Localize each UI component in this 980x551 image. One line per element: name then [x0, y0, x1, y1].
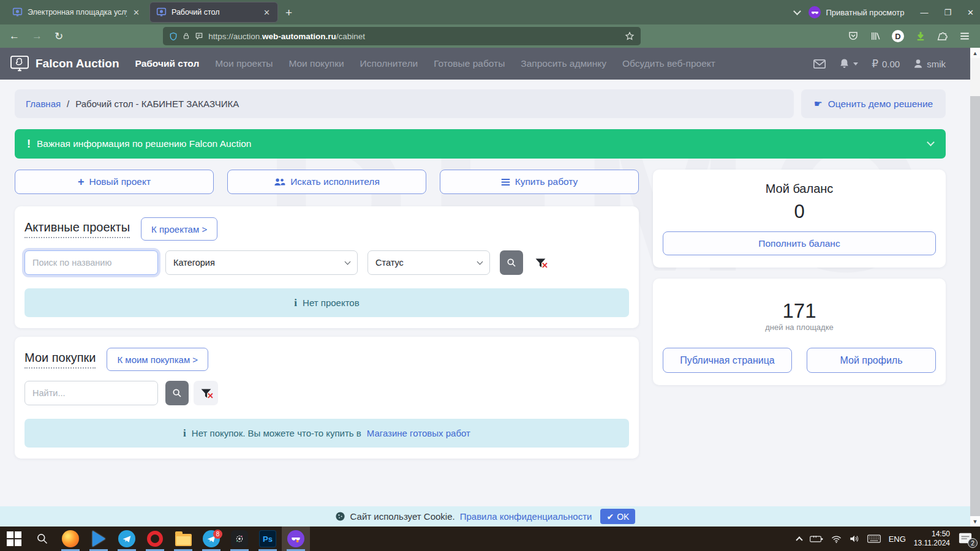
my-purchases-card: Мои покупки К моим покупкам > ✕ — [15, 337, 639, 459]
notification-center-button[interactable]: 2 — [958, 532, 974, 545]
exclamation-icon: ! — [27, 138, 31, 151]
find-executor-button[interactable]: Искать исполнителя — [227, 170, 426, 194]
scroll-down-button[interactable]: ▼ — [970, 516, 980, 527]
purchase-search-button[interactable] — [165, 381, 189, 405]
cookie-icon — [335, 511, 345, 522]
brand-logo[interactable]: Falcon Auction — [10, 55, 119, 72]
project-filter-reset-button[interactable]: ✕ — [528, 250, 552, 275]
browser-chrome: Электронная площадка услуг ✕ Рабочий сто… — [0, 0, 980, 48]
taskbar-file-explorer-icon[interactable] — [169, 527, 197, 551]
cookie-ok-button[interactable]: ✔ OK — [600, 509, 635, 524]
tab-marketplace[interactable]: Электронная площадка услуг ✕ — [6, 2, 147, 23]
tab-bar: Электронная площадка услуг ✕ Рабочий сто… — [0, 0, 980, 24]
window-minimize-button[interactable]: — — [920, 8, 928, 17]
lock-icon[interactable] — [183, 32, 190, 40]
browser-toolbar: ← → ↻ https://auction.web-automation.ru/… — [0, 24, 980, 48]
nav-executors[interactable]: Исполнители — [360, 58, 418, 69]
purchase-search-input[interactable] — [24, 381, 158, 405]
purchase-filter-reset-button[interactable]: ✕ — [194, 381, 218, 405]
active-projects-title: Активные проекты — [24, 220, 130, 238]
new-tab-button[interactable]: + — [279, 4, 298, 24]
notifications-menu[interactable] — [839, 58, 858, 69]
window-close-button[interactable]: ✕ — [967, 8, 974, 17]
download-extension-icon[interactable] — [915, 31, 926, 42]
scroll-up-button[interactable]: ▲ — [970, 48, 980, 58]
tab-close-icon[interactable]: ✕ — [132, 8, 141, 17]
falcon-logo-icon — [10, 55, 29, 72]
duckduckgo-extension-icon[interactable]: D — [892, 30, 904, 42]
battery-icon[interactable] — [810, 535, 823, 543]
reload-button[interactable]: ↻ — [51, 30, 66, 43]
chevron-down-icon — [477, 259, 483, 265]
screen: Электронная площадка услуг ✕ Рабочий сто… — [0, 0, 980, 551]
cookie-text: Сайт использует Cookie. — [350, 511, 455, 522]
pocket-icon[interactable] — [848, 31, 859, 42]
private-browsing-badge: Приватный просмотр — [809, 6, 904, 18]
user-menu[interactable]: smik — [913, 59, 946, 69]
days-on-platform-card: 171 дней на площадке Публичная страница … — [653, 279, 946, 385]
my-purchases-title: Мои покупки — [24, 351, 96, 369]
public-page-button[interactable]: Публичная страница — [663, 348, 792, 373]
messages-envelope-icon[interactable] — [813, 59, 826, 69]
tab-cabinet[interactable]: Рабочий стол ✕ — [149, 2, 278, 23]
taskbar-capture-app-icon[interactable] — [225, 527, 254, 551]
touch-keyboard-icon[interactable] — [867, 534, 881, 543]
nav-my-purchases[interactable]: Мои покупки — [288, 58, 344, 69]
my-profile-button[interactable]: Мой профиль — [807, 348, 936, 373]
extensions-puzzle-icon[interactable] — [937, 31, 948, 42]
nav-discuss-project[interactable]: Обсудить веб-проект — [622, 58, 715, 69]
clock[interactable]: 14:50 13.11.2024 — [914, 530, 950, 548]
breadcrumb-current: Рабочий стол - КАБИНЕТ ЗАКАЗЧИКА — [75, 99, 239, 109]
library-icon[interactable] — [870, 31, 881, 42]
scrollbar-thumb[interactable] — [970, 58, 980, 96]
balance-indicator[interactable]: ₽ 0.00 — [872, 58, 900, 70]
to-purchases-button[interactable]: К моим покупкам > — [107, 348, 208, 371]
to-projects-button[interactable]: К проектам > — [141, 217, 217, 241]
volume-icon[interactable] — [850, 534, 859, 543]
taskbar-media-player-icon[interactable] — [85, 527, 113, 551]
list-all-tabs-icon[interactable] — [794, 7, 802, 15]
scrollbar-track[interactable] — [970, 96, 980, 516]
check-icon: ✔ — [606, 512, 614, 522]
new-project-button[interactable]: + Новый проект — [15, 170, 214, 194]
back-button[interactable]: ← — [6, 30, 23, 42]
list-icon — [501, 178, 510, 186]
taskbar-photoshop-icon[interactable]: Ps — [254, 527, 282, 551]
shop-ready-works-link[interactable]: Магазине готовых работ — [367, 428, 470, 438]
important-info-banner[interactable]: ! Важная информация по решению Falcon Au… — [15, 129, 946, 159]
project-search-input[interactable] — [24, 250, 158, 275]
language-indicator[interactable]: ENG — [889, 534, 906, 544]
taskbar-opera-icon[interactable] — [141, 527, 169, 551]
taskbar-messenger-icon[interactable]: 8 — [197, 527, 225, 551]
bookmark-star-icon[interactable] — [625, 31, 635, 41]
nav-request-admin[interactable]: Запросить админку — [521, 58, 606, 69]
window-restore-button[interactable]: ❐ — [944, 8, 951, 17]
top-up-balance-button[interactable]: Пополнить баланс — [663, 231, 936, 255]
private-mask-icon — [809, 6, 821, 18]
privacy-policy-link[interactable]: Правила конфиденциальности — [460, 511, 592, 522]
tray-expand-icon[interactable] — [796, 536, 802, 543]
status-select[interactable]: Статус — [368, 250, 490, 275]
taskbar-telegram-icon[interactable] — [113, 527, 141, 551]
start-button[interactable] — [0, 527, 28, 551]
forward-button[interactable]: → — [29, 30, 45, 42]
nav-desktop[interactable]: Рабочий стол — [135, 58, 200, 69]
category-select[interactable]: Категория — [165, 250, 358, 275]
breadcrumb-home-link[interactable]: Главная — [26, 99, 61, 109]
page-scrollbar[interactable]: ▲ ▼ — [970, 48, 980, 527]
user-icon — [913, 59, 923, 69]
taskbar-firefox-icon[interactable] — [56, 527, 85, 551]
nav-my-projects[interactable]: Мои проекты — [215, 58, 273, 69]
wifi-icon[interactable] — [831, 535, 842, 543]
rate-demo-button[interactable]: ☛ Оценить демо решение — [801, 89, 946, 118]
taskbar-search-button[interactable] — [28, 527, 56, 551]
menu-hamburger-icon[interactable] — [959, 31, 970, 41]
project-search-button[interactable] — [500, 250, 523, 275]
taskbar-firefox-private-icon[interactable] — [282, 527, 310, 551]
nav-ready-works[interactable]: Готовые работы — [434, 58, 505, 69]
tracking-shield-icon[interactable] — [169, 32, 178, 41]
address-bar[interactable]: https://auction.web-automation.ru/cabine… — [163, 27, 641, 45]
buy-work-button[interactable]: Купить работу — [440, 170, 639, 194]
permissions-icon[interactable] — [195, 32, 203, 40]
tab-close-icon[interactable]: ✕ — [262, 8, 271, 17]
